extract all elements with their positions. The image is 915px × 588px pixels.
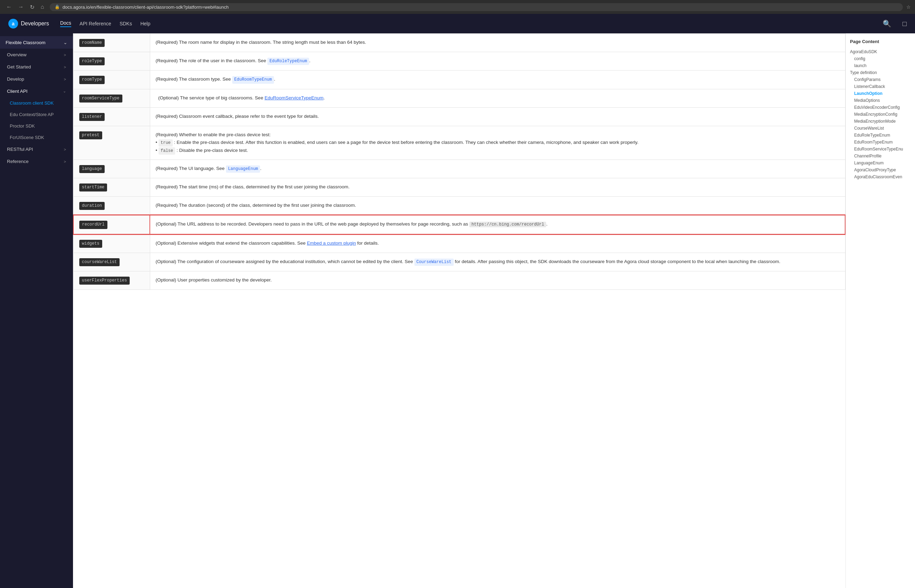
link-code[interactable]: EduRoomTypeEnum [232,76,274,83]
sidebar-dropdown-label: Flexible Classroom [6,40,45,45]
toc-item-type-definition[interactable]: Type definition [850,69,911,76]
param-cell: courseWareList [73,253,150,271]
toc-item-launch[interactable]: launch [850,62,911,69]
toc-item-eduroomtype[interactable]: EduRoomTypeEnum [850,139,911,145]
table-row: userFlexProperties (Optional) User prope… [73,271,845,290]
logo-area: a Developers [8,19,49,29]
toc-item-languageenum[interactable]: LanguageEnum [850,160,911,166]
sidebar-item-label: Reference [7,159,29,164]
table-row: startTime (Required) The start time (ms)… [73,178,845,197]
toc-item-eduroletype[interactable]: EduRoleTypeEnum [850,132,911,139]
reload-button[interactable]: ↻ [28,3,37,11]
toc-item-mediaencryptionconfig[interactable]: MediaEncryptionConfig [850,111,911,118]
param-code: startTime [79,184,107,192]
sidebar-item-develop[interactable]: Develop > [0,73,73,85]
chevron-right-icon: > [64,77,66,81]
sidebar-item-overview[interactable]: Overview > [0,48,73,61]
sidebar-item-classroom-client-sdk[interactable]: Classroom client SDK [0,97,73,109]
description-cell: (Required) The classroom type. See EduRo… [150,71,845,89]
logo-letter: a [12,21,15,26]
forward-button[interactable]: → [16,3,26,11]
table-row: roleType (Required) The role of the user… [73,52,845,71]
link-code[interactable]: CourseWareList [414,258,454,266]
content-area: roomName (Required) The room name for di… [73,33,845,588]
logo-icon: a [8,19,18,29]
description-cell: (Required) The duration (second) of the … [150,197,845,215]
description-cell: (Optional) The configuration of coursewa… [150,253,845,271]
nav-link-sdks[interactable]: SDKs [120,21,132,26]
chevron-right-icon: > [64,147,66,152]
toc-item-mediaoptions[interactable]: MediaOptions [850,97,911,104]
param-code: roomType [79,76,105,84]
toc-item-channelprofile[interactable]: ChannelProfile [850,153,911,160]
toc-item-agoraeduclassroomevent[interactable]: AgoraEduClassroomEven [850,173,911,180]
link-embed-plugin[interactable]: Embed a custom plugin [307,241,356,246]
param-code: roomName [79,39,105,47]
toc-item-agoraedusdkl[interactable]: AgoraEduSDK [850,48,911,55]
home-button[interactable]: ⌂ [39,3,46,11]
toc-item-configparams[interactable]: ConfigParams [850,76,911,83]
link-code[interactable]: LanguageEnum [226,165,260,173]
address-bar[interactable]: 🔒 docs.agora.io/en/flexible-classroom/cl… [50,3,903,11]
nav-link-help[interactable]: Help [141,21,150,26]
top-nav-links: Docs API Reference SDKs Help [60,20,150,27]
description-cell: (Required) The room name for display in … [150,34,845,52]
param-code: duration [79,202,105,210]
param-code: language [79,165,105,173]
chevron-right-icon: > [64,65,66,69]
link-code[interactable]: EduRoleTypeEnum [267,58,309,65]
toc-item-config[interactable]: config [850,55,911,62]
sidebar-item-label: Overview [7,52,26,57]
sidebar-item-label: Edu Context/Store AP [10,112,53,117]
param-cell: userFlexProperties [73,271,150,290]
bookmark-icon[interactable]: ☆ [906,4,911,10]
sidebar-item-client-api[interactable]: Client API ⌄ [0,85,73,97]
description-cell: (Required) Classroom event callback, ple… [150,107,845,126]
table-row: widgets (Optional) Extensive widgets tha… [73,234,845,253]
description-cell: (Optional) User properties customized by… [150,271,845,290]
description-cell: (Required) The start time (ms) of the cl… [150,178,845,197]
param-cell: language [73,160,150,178]
back-button[interactable]: ← [4,3,14,11]
sidebar-item-label: Proctor SDK [10,123,35,129]
sidebar-item-label: Develop [7,76,24,82]
sidebar-dropdown[interactable]: Flexible Classroom ⌄ [0,36,73,48]
param-code: courseWareList [79,258,120,266]
param-cell: duration [73,197,150,215]
sidebar-item-reference[interactable]: Reference > [0,155,73,168]
toc-item-coursewarelist[interactable]: CourseWareList [850,125,911,132]
sidebar-item-proctor-sdk[interactable]: Proctor SDK [0,120,73,132]
sidebar-item-fcrui-sdk[interactable]: FcrUIScene SDK [0,132,73,143]
toc-item-eduvideoencoderconfig[interactable]: EduVideoEncoderConfig [850,104,911,111]
param-code: userFlexProperties [79,276,130,284]
sidebar-item-label: FcrUIScene SDK [10,135,44,140]
param-code: listener [79,113,105,121]
nav-link-api-reference[interactable]: API Reference [79,21,111,26]
param-code: recordUrl [79,221,107,229]
table-row: duration (Required) The duration (second… [73,197,845,215]
table-row-highlighted: recordUrl (Optional) The URL address to … [73,215,845,234]
toc-item-mediaencryptionmode[interactable]: MediaEncryptionMode [850,118,911,125]
toc-item-launchoption[interactable]: LaunchOption [850,90,911,97]
toc-item-listenercallback[interactable]: ListenerCallback [850,83,911,90]
param-cell: listener [73,107,150,126]
nav-link-docs[interactable]: Docs [60,20,71,27]
url-code: https://cn.bing.com/recordUrl [469,222,546,227]
chat-button[interactable]: □ [902,20,907,28]
chevron-down-icon: ⌄ [63,89,66,94]
toc-item-agoracloudproxy[interactable]: AgoraCloudProxyType [850,166,911,173]
search-button[interactable]: 🔍 [883,19,891,28]
sidebar-item-get-started[interactable]: Get Started > [0,61,73,73]
inline-code-false: false [158,147,175,155]
param-cell: pretest [73,126,150,160]
toc-item-eduroomservicetype[interactable]: EduRoomServiceTypeEnu [850,145,911,153]
description-cell: (Required) Whether to enable the pre-cla… [150,126,845,160]
browser-nav-buttons: ← → ↻ ⌂ [4,3,46,11]
url-text: docs.agora.io/en/flexible-classroom/clie… [63,5,229,10]
table-row: courseWareList (Optional) The configurat… [73,253,845,271]
table-row: language (Required) The UI language. See… [73,160,845,178]
link-text[interactable]: EduRoomServiceTypeEnum [265,95,324,100]
sidebar-item-restful-api[interactable]: RESTful API > [0,143,73,155]
sidebar-item-edu-context[interactable]: Edu Context/Store AP [0,109,73,120]
inline-code-true: true [158,139,173,147]
